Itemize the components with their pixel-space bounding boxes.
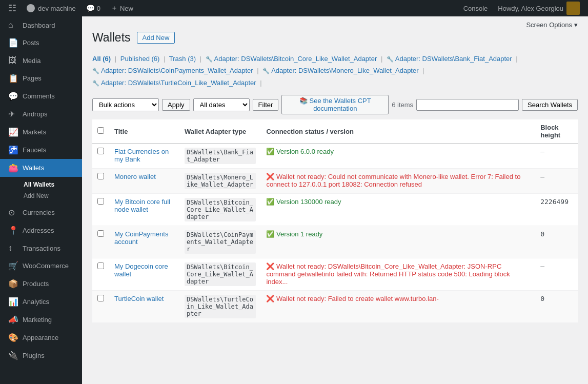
wallet-name-link[interactable]: My CoinPayments account [114,230,168,246]
sidebar-item-analytics[interactable]: 📊 Analytics [0,293,82,311]
table-row: Monero wallet DSWallets\Monero_Like_Wall… [92,169,578,194]
wp-logo-icon[interactable]: ☷ [4,3,21,14]
wallets-icon: 👛 [8,163,18,173]
filter-all-label: All (6) [92,55,111,63]
date-filter-select[interactable]: All dates [193,98,250,111]
sidebar-item-dashboard[interactable]: ⌂ Dashboard [0,16,82,34]
sidebar-item-transactions[interactable]: ↕ Transactions [0,239,82,257]
products-icon: 📦 [8,279,18,289]
filter-adapter-turtlecoin-link[interactable]: Adapter: DSWallets\TurtleCoin_Like_Walle… [101,79,256,87]
search-input[interactable] [416,99,519,111]
wallet-name-link[interactable]: TurtleCoin wallet [114,295,164,302]
filter-adapter-bank-link[interactable]: Adapter: DSWallets\Bank_Fiat_Adapter [395,55,512,63]
block-height-cell: 0 [535,226,578,258]
block-height-value: — [540,148,544,155]
block-height-value: 0 [540,230,544,238]
sidebar-item-marketing[interactable]: 📣 Marketing [0,311,82,329]
row-checkbox[interactable] [97,295,104,301]
row-checkbox[interactable] [97,148,104,154]
adapter-cell: DSWallets\TurtleCoin_Like_Wallet_Adapter [179,291,261,323]
sidebar-sub-add-new[interactable]: Add New [18,190,82,201]
wallet-name-link[interactable]: My Dogecoin core wallet [114,262,168,278]
separator: | [381,55,382,63]
plus-icon: ＋ [111,4,118,13]
airdrops-icon: ✈ [8,109,18,119]
status-badge: ❌ Wallet not ready: DSWallets\Bitcoin_Co… [266,262,510,286]
chevron-down-icon: ▾ [574,21,578,29]
sidebar-item-label: Media [23,57,40,65]
add-new-button[interactable]: Add New [137,32,175,44]
row-checkbox[interactable] [97,173,104,179]
row-checkbox[interactable] [97,262,104,269]
wallet-name-link[interactable]: Monero wallet [114,173,156,180]
adapter-code: DSWallets\Bitcoin_Core_Like_Wallet_Adapt… [185,262,256,286]
table-row: My Dogecoin core wallet DSWallets\Bitcoi… [92,258,578,291]
block-height-column-header: Block height [535,119,578,144]
select-all-checkbox[interactable] [97,127,104,134]
status-cell: ❌ Wallet not ready: Could not communicat… [261,169,535,194]
toolbar-left: Bulk actions Apply All dates Filter 📚 Se… [92,95,389,114]
doc-button[interactable]: 📚 See the Wallets CPT documentation [281,95,389,114]
sidebar-item-products[interactable]: 📦 Products [0,275,82,293]
row-checkbox[interactable] [97,198,104,205]
sidebar-item-pages[interactable]: 📋 Pages [0,69,82,87]
filter-adapter-bitcoin-link[interactable]: Adapter: DSWallets\Bitcoin_Core_Like_Wal… [214,55,377,63]
screen-options-button[interactable]: Screen Options ▾ [521,19,583,31]
woocommerce-icon: 🛒 [8,261,18,271]
wallet-name-cell: TurtleCoin wallet [109,291,179,323]
sidebar-item-addresses[interactable]: 📍 Addresses [0,221,82,239]
row-checkbox-cell [92,291,109,323]
pages-icon: 📋 [8,73,18,83]
sidebar-sub-all-wallets[interactable]: All Wallets [18,179,82,190]
filter-adapter-monero-label: Adapter: DSWallets\Monero_Like_Wallet_Ad… [271,67,418,74]
apply-button[interactable]: Apply [162,99,190,111]
site-name[interactable]: dev machine [23,4,80,12]
sidebar-item-appearance[interactable]: 🎨 Appearance [0,329,82,347]
howdy-label: Howdy, Alex Georgiou [498,5,563,12]
sidebar-item-label: WooCommerce [23,262,69,270]
sidebar-item-plugins[interactable]: 🔌 Plugins [0,347,82,365]
adapter-icon: 🔧 [206,56,213,62]
wallet-name-link[interactable]: My Bitcoin core full node wallet [114,198,170,213]
user-menu[interactable]: Howdy, Alex Georgiou [494,2,584,15]
sidebar-item-faucets[interactable]: 🚰 Faucets [0,141,82,159]
block-height-cell: 0 [535,291,578,323]
filter-published-link[interactable]: Published (6) [120,55,160,63]
sidebar-item-posts[interactable]: 📄 Posts [0,34,82,52]
site-name-label: dev machine [38,5,76,12]
separator: | [115,55,116,63]
sidebar-item-currencies[interactable]: ⊙ Currencies [0,204,82,221]
sidebar-item-label: Addresses [23,227,54,234]
sidebar-item-comments[interactable]: 💬 Comments [0,87,82,105]
sidebar-item-airdrops[interactable]: ✈ Airdrops [0,105,82,123]
row-checkbox-cell [92,258,109,291]
page-header: Wallets Add New [92,31,578,45]
filter-adapter-bank-label: Adapter: DSWallets\Bank_Fiat_Adapter [395,55,512,63]
console-link[interactable]: Console [459,5,492,12]
new-content-link[interactable]: ＋ New [107,4,137,13]
sidebar-item-markets[interactable]: 📈 Markets [0,123,82,141]
comments-link[interactable]: 💬 0 [82,4,105,12]
sidebar-item-label: Appearance [23,334,58,341]
title-column-header[interactable]: Title [109,119,179,144]
sidebar-item-woocommerce[interactable]: 🛒 WooCommerce [0,257,82,275]
wallet-name-link[interactable]: Fiat Currencies on my Bank [114,148,169,163]
sidebar-item-media[interactable]: 🖼 Media [0,52,82,69]
filter-links: All (6) | Published (6) | Trash (3) | 🔧 … [92,53,578,89]
search-wallets-button[interactable]: Search Wallets [522,99,578,111]
status-cell: ❌ Wallet not ready: Failed to create wal… [261,291,535,323]
table-body: Fiat Currencies on my Bank DSWallets\Ban… [92,144,578,323]
filter-all-link[interactable]: All (6) [92,55,111,63]
sidebar-item-label: Airdrops [23,110,47,118]
filter-adapter-monero-link[interactable]: Adapter: DSWallets\Monero_Like_Wallet_Ad… [271,67,418,74]
sidebar-item-wallets[interactable]: 👛 Wallets [0,159,82,177]
all-wallets-label: All Wallets [24,181,54,188]
row-checkbox[interactable] [97,230,104,237]
filter-adapter-coinpayments-link[interactable]: Adapter: DSWallets\CoinPayments_Wallet_A… [101,67,253,74]
filter-button[interactable]: Filter [253,99,279,111]
comment-bubble-icon: 💬 [86,4,95,12]
posts-icon: 📄 [8,38,18,48]
block-height-cell: — [535,144,578,169]
bulk-actions-select[interactable]: Bulk actions [92,98,159,111]
filter-trash-link[interactable]: Trash (3) [169,55,196,63]
